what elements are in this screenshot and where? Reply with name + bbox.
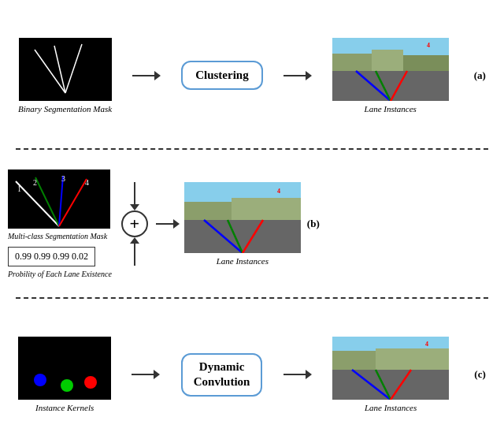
- dynamic-conv-box: Dynamic Convlution: [181, 353, 263, 397]
- svg-point-29: [61, 379, 73, 392]
- svg-text:2: 2: [33, 178, 37, 187]
- multiclass-mask-caption: Multi-class Segmentation Mask: [8, 232, 107, 240]
- arrow-a2: [284, 71, 312, 80]
- row-b-left: 1 2 3 4 Multi-class Segmentation Mask 0.…: [8, 169, 112, 278]
- svg-rect-23: [184, 220, 301, 253]
- clustering-block: Clustering: [181, 61, 263, 90]
- kernels-caption: Instance Kernels: [35, 403, 94, 412]
- svg-line-12: [16, 181, 59, 226]
- lane-instances-c-image: 4: [332, 337, 449, 400]
- svg-text:3: 3: [61, 174, 65, 183]
- lane-instances-c-caption: Lane Instances: [365, 403, 417, 412]
- arrow-b-h: [156, 219, 180, 229]
- row-b-content: 1 2 3 4 Multi-class Segmentation Mask 0.…: [8, 158, 496, 290]
- diagram: Binary Segmentation Mask Clustering: [0, 0, 504, 447]
- row-a-label: (a): [474, 69, 486, 82]
- svg-rect-34: [332, 370, 449, 400]
- arrow-c1: [132, 370, 160, 379]
- arrow-head-c2: [306, 370, 312, 379]
- arrow-line-c2: [284, 374, 306, 375]
- prob-text: 0.99 0.99 0.99 0.02: [15, 251, 88, 262]
- arrow-b-v-bot: [130, 237, 139, 266]
- v-line-bot: [134, 244, 135, 266]
- v-head: [130, 204, 139, 210]
- row-b: 1 2 3 4 Multi-class Segmentation Mask 0.…: [0, 150, 504, 298]
- binary-mask-caption: Binary Segmentation Mask: [18, 104, 112, 114]
- svg-text:4: 4: [427, 42, 430, 49]
- svg-text:1: 1: [17, 184, 21, 193]
- arrow-head-2: [306, 71, 312, 80]
- svg-text:4: 4: [85, 178, 89, 187]
- arrow-head: [154, 71, 161, 80]
- row-a: Binary Segmentation Mask Clustering: [0, 0, 504, 148]
- lane-instances-a-block: 4 Lane Instances: [332, 38, 449, 114]
- lane-instances-c-block: 4 Lane Instances: [332, 337, 449, 412]
- arrow-head-b: [173, 219, 180, 229]
- svg-text:4: 4: [425, 341, 428, 348]
- kernels-image: [18, 337, 111, 400]
- dynamic-label-1: Dynamic: [199, 359, 245, 375]
- svg-text:4: 4: [277, 188, 280, 195]
- dynamic-conv-block: Dynamic Convlution: [181, 353, 263, 397]
- svg-point-28: [34, 374, 46, 386]
- row-c-label: (c): [474, 368, 485, 381]
- lane-instances-b-caption: Lane Instances: [217, 256, 269, 266]
- svg-point-30: [84, 376, 97, 389]
- svg-line-13: [35, 177, 59, 226]
- binary-mask-block: Binary Segmentation Mask: [18, 38, 112, 114]
- prob-caption: Probility of Each Lane Existence: [8, 270, 112, 278]
- row-b-mid: +: [121, 182, 148, 266]
- svg-line-2: [65, 44, 82, 93]
- arrow-line-c1: [132, 374, 154, 375]
- arrow-head-c1: [154, 370, 160, 379]
- dynamic-label-2: Convlution: [194, 374, 250, 390]
- plus-circle: +: [121, 210, 148, 237]
- arrow-a1: [132, 71, 161, 80]
- lane-instances-a-image: 4: [332, 38, 449, 101]
- prob-block: 0.99 0.99 0.99 0.02 Probility of Each La…: [8, 247, 112, 278]
- multiclass-mask-block: 1 2 3 4 Multi-class Segmentation Mask: [8, 169, 110, 240]
- v-head-bot: [130, 237, 139, 244]
- v-line-top: [134, 182, 135, 204]
- prob-box: 0.99 0.99 0.99 0.02: [8, 247, 95, 266]
- arrow-b-v-top: [130, 182, 139, 210]
- arrow-c2: [284, 370, 312, 379]
- svg-line-15: [59, 179, 87, 226]
- arrow-line: [132, 75, 154, 76]
- row-c: Instance Kernels Dynamic Convlution: [0, 299, 504, 447]
- binary-mask-image: [19, 38, 112, 101]
- svg-line-14: [59, 176, 63, 226]
- svg-rect-7: [332, 71, 449, 101]
- multiclass-mask-image: 1 2 3 4: [8, 169, 110, 229]
- clustering-label: Clustering: [195, 69, 249, 82]
- lane-instances-b-block: 4 Lane Instances: [184, 182, 301, 266]
- row-b-label: (b): [307, 218, 320, 230]
- clustering-box: Clustering: [181, 61, 263, 90]
- kernels-block: Instance Kernels: [18, 337, 111, 412]
- arrow-line-2: [284, 75, 306, 76]
- arrow-line-b: [156, 223, 173, 225]
- lane-instances-b-image: 4: [184, 182, 301, 253]
- lane-instances-a-caption: Lane Instances: [365, 104, 417, 114]
